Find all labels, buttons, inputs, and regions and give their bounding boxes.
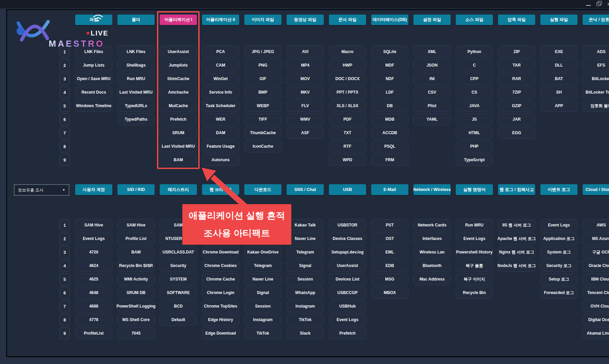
artifact-button[interactable]: Telegram <box>287 246 324 258</box>
artifact-button[interactable]: Instagram <box>244 314 281 326</box>
artifact-button[interactable]: Signal <box>244 287 281 299</box>
artifact-button[interactable]: Event Logs <box>540 219 578 231</box>
artifact-button[interactable]: SOFTWARE <box>160 287 197 299</box>
artifact-button[interactable]: MKV <box>287 86 324 98</box>
row-number[interactable]: 8 <box>60 314 70 326</box>
row-number[interactable]: 9 <box>60 154 70 166</box>
row-number[interactable]: 6 <box>60 113 70 125</box>
artifact-button[interactable]: SYSTEM <box>160 273 197 285</box>
artifact-button[interactable]: Run MRU <box>456 219 493 231</box>
artifact-button[interactable]: Macro <box>329 46 366 58</box>
artifact-button[interactable]: ThumbCache <box>244 127 281 139</box>
artifact-button[interactable]: Forwarded 로그 <box>540 287 578 299</box>
artifact-button[interactable]: CAM <box>202 59 239 71</box>
artifact-button[interactable]: TikTok <box>287 314 324 326</box>
artifact-button[interactable]: Recent Docs <box>75 86 112 98</box>
artifact-button[interactable]: FRM <box>371 154 408 166</box>
artifact-button[interactable]: Chrome Download <box>202 246 239 258</box>
artifact-button[interactable]: Jumplists <box>160 59 197 71</box>
artifact-button[interactable]: Security 로그 <box>540 260 578 272</box>
category-header[interactable]: 동영상 파일 <box>287 15 324 25</box>
artifact-button[interactable]: AVI <box>287 46 324 58</box>
artifact-button[interactable]: 4624 <box>75 260 112 272</box>
artifact-button[interactable]: C <box>456 59 493 71</box>
artifact-button[interactable]: JPG / JPEG <box>244 46 281 58</box>
artifact-button[interactable]: MS Azure <box>583 233 609 245</box>
category-header[interactable]: 다운로드 <box>244 184 281 195</box>
artifact-button[interactable]: UserAssist <box>160 46 197 58</box>
artifact-button[interactable]: RAR <box>498 73 535 85</box>
artifact-button[interactable]: FLV <box>287 100 324 112</box>
artifact-button[interactable]: Tencent Cloud <box>583 287 609 299</box>
artifact-button[interactable]: Last Visited MRU <box>160 140 197 152</box>
artifact-button[interactable]: Task Scheduler <box>202 100 239 112</box>
artifact-button[interactable]: Recycle Bin <box>456 287 493 299</box>
artifact-button[interactable]: Application 로그 <box>540 233 578 245</box>
category-header[interactable]: 설정 파일 <box>413 15 451 25</box>
artifact-button[interactable]: HWP <box>329 59 366 71</box>
category-header[interactable]: SID / RID <box>117 184 155 195</box>
artifact-button[interactable]: BitLocker To Go <box>583 86 609 98</box>
row-number[interactable]: 3 <box>60 73 70 85</box>
artifact-button[interactable]: Naver Line <box>244 273 281 285</box>
minimize-button[interactable] <box>583 0 593 8</box>
artifact-button[interactable]: ProfileList <box>75 327 112 339</box>
row-number[interactable]: 4 <box>60 260 70 272</box>
artifact-button[interactable]: SRUM DB <box>117 287 155 299</box>
artifact-button[interactable]: Plist <box>413 100 451 112</box>
category-header[interactable]: 이미지 파일 <box>244 15 281 25</box>
artifact-button[interactable]: PHP <box>456 140 493 152</box>
artifact-button[interactable]: Telegram <box>244 260 281 272</box>
artifact-button[interactable]: TAR <box>498 59 535 71</box>
artifact-button[interactable]: Kakao Talk <box>287 219 324 231</box>
artifact-button[interactable]: BAM <box>117 246 155 258</box>
artifact-button[interactable]: IIS 웹 서버 로그 <box>498 219 535 231</box>
artifact-button[interactable]: Default <box>160 314 197 326</box>
artifact-button[interactable]: Slack <box>287 327 324 339</box>
artifact-button[interactable]: OST <box>371 233 408 245</box>
artifact-button[interactable]: 4625 <box>75 273 112 285</box>
row-number[interactable]: 7 <box>60 127 70 139</box>
artifact-button[interactable]: WER <box>202 113 239 125</box>
artifact-button[interactable]: PPT / PPTX <box>329 86 366 98</box>
category-header[interactable]: Network / Wireless <box>413 184 451 195</box>
artifact-button[interactable]: 4648 <box>75 287 112 299</box>
category-header[interactable]: 문서 파일 <box>329 15 366 25</box>
category-header[interactable]: 은닉 / 암호화 <box>583 15 609 25</box>
row-number[interactable]: 2 <box>60 233 70 245</box>
artifact-button[interactable]: USRCLASS.DAT <box>160 246 197 258</box>
artifact-button[interactable]: Open / Save MRU <box>75 73 112 85</box>
artifact-button[interactable]: CS <box>456 86 493 98</box>
artifact-button[interactable]: 4720 <box>75 246 112 258</box>
category-header[interactable]: 소스 파일 <box>456 15 493 25</box>
artifact-button[interactable]: Powershell History <box>456 246 493 258</box>
artifact-button[interactable]: JS <box>456 113 493 125</box>
artifact-button[interactable]: WhatsApp <box>287 287 324 299</box>
category-header[interactable]: 사용자 계정 <box>75 184 112 195</box>
artifact-button[interactable]: Kakao OneDrive <box>244 246 281 258</box>
category-header[interactable]: 웹 로그 / 침해사고 <box>498 184 535 195</box>
artifact-button[interactable]: NDF <box>371 73 408 85</box>
artifact-button[interactable]: Security <box>160 260 197 272</box>
category-header[interactable]: 어플리케이션 I <box>160 15 197 25</box>
category-header[interactable]: 압축 파일 <box>498 15 535 25</box>
artifact-button[interactable]: PSQL <box>371 140 408 152</box>
artifact-button[interactable]: Edge Download <box>202 327 239 339</box>
artifact-button[interactable]: Setupapi.dev.log <box>329 246 366 258</box>
artifact-button[interactable]: WMI Activity <box>117 273 155 285</box>
artifact-button[interactable]: Instagram <box>287 300 324 312</box>
artifact-button[interactable]: LNK Files <box>117 46 155 58</box>
row-number[interactable]: 9 <box>60 327 70 339</box>
artifact-button[interactable]: EXE <box>540 46 578 58</box>
artifact-button[interactable]: GZIP <box>498 100 535 112</box>
artifact-button[interactable]: CPP <box>456 73 493 85</box>
artifact-button[interactable]: Prefetch <box>329 327 366 339</box>
category-header[interactable]: E-Mail <box>371 184 408 195</box>
artifact-button[interactable]: Nginx 웹 서버 로그 <box>498 246 535 258</box>
artifact-button[interactable]: Setup 로그 <box>540 273 578 285</box>
artifact-button[interactable]: PST <box>371 219 408 231</box>
row-number[interactable]: 6 <box>60 287 70 299</box>
row-number[interactable]: 1 <box>60 219 70 231</box>
row-number[interactable]: 2 <box>60 59 70 71</box>
artifact-button[interactable]: System 로그 <box>540 246 578 258</box>
